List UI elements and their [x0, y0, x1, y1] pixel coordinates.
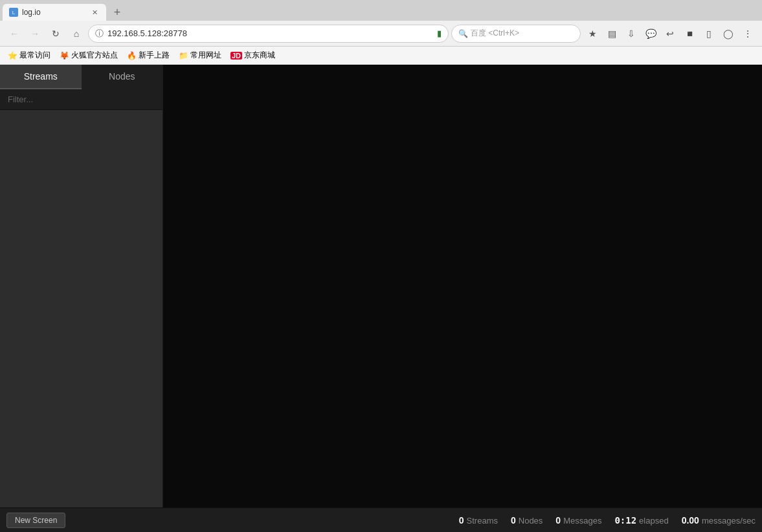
bookmark-star-icon[interactable]: ★ [583, 25, 601, 43]
sidebar: Streams Nodes [0, 65, 163, 507]
active-tab[interactable]: L log.io ✕ [3, 4, 106, 21]
messages-stat: 0 Messages [555, 515, 601, 526]
streams-label: Streams [467, 516, 498, 526]
bookmark-icon-zuichang: ⭐ [8, 51, 17, 60]
msgrate-stat: 0.00 messages/sec [682, 515, 756, 526]
address-input-wrap[interactable]: ⓘ 192.168.5.128:28778 ▮ [88, 25, 449, 43]
toolbar-icons: ★ ▤ ⇩ 💬 ↩ ◾ ▯ ◯ ⋮ [583, 25, 757, 43]
tab-title: log.io [22, 8, 85, 17]
new-tab-button[interactable]: + [109, 4, 126, 21]
bookmark-xinshou[interactable]: 🔥 新手上路 [124, 49, 172, 62]
search-bar[interactable]: 🔍 百度 <Ctrl+K> [451, 25, 581, 43]
bookmark-label-firefox: 火狐官方站点 [71, 50, 118, 61]
reader-view-icon[interactable]: ▤ [603, 25, 621, 43]
bookmark-firefox[interactable]: 🦊 火狐官方站点 [57, 49, 120, 62]
new-screen-button[interactable]: New Screen [6, 513, 65, 528]
status-bar: New Screen 0 Streams 0 Nodes 0 Messages … [0, 507, 762, 532]
msg-rate: 0.00 [682, 515, 699, 526]
bookmark-icon-xinshou: 🔥 [127, 51, 137, 60]
app-container: Streams Nodes New Screen 0 Streams 0 Nod… [0, 65, 762, 532]
nodes-stat: 0 Nodes [511, 515, 543, 526]
msg-rate-label: messages/sec [702, 516, 756, 526]
bookmark-icon-changyong: 📁 [179, 51, 188, 60]
tab-close-button[interactable]: ✕ [89, 7, 100, 17]
back-button[interactable]: ← [5, 25, 23, 43]
bookmark-label-changyong: 常用网址 [190, 50, 221, 61]
nodes-label: Nodes [519, 516, 543, 526]
bookmark-icon-firefox: 🦊 [60, 51, 69, 60]
filter-input[interactable] [0, 89, 162, 110]
browser-chrome: L log.io ✕ + ← → ↻ ⌂ ⓘ 192.168.5.128:287… [0, 0, 762, 65]
info-icon: ⓘ [95, 28, 104, 39]
elapsed-stat: 0:12 elapsed [614, 515, 668, 526]
synced-tabs-icon[interactable]: 💬 [642, 25, 660, 43]
tab-streams[interactable]: Streams [0, 65, 82, 89]
bookmark-changyong[interactable]: 📁 常用网址 [176, 49, 224, 62]
shield-icon: ▮ [437, 28, 442, 38]
undo-icon[interactable]: ↩ [661, 25, 679, 43]
search-placeholder: 百度 <Ctrl+K> [471, 28, 519, 39]
bookmark-label-jd: 京东商城 [244, 50, 275, 61]
bookmarks-bar: ⭐ 最常访问 🦊 火狐官方站点 🔥 新手上路 📁 常用网址 JD 京东商城 [0, 47, 762, 65]
bookmark-icon-jd: JD [230, 52, 242, 60]
main-content [163, 65, 762, 507]
address-text: 192.168.5.128:28778 [107, 28, 433, 38]
streams-stat: 0 Streams [459, 515, 498, 526]
streams-count: 0 [459, 515, 464, 526]
nodes-count: 0 [511, 515, 516, 526]
tab-bar: L log.io ✕ + [0, 0, 762, 21]
bookmark-label-zuichang: 最常访问 [19, 50, 50, 61]
status-stats: 0 Streams 0 Nodes 0 Messages 0:12 elapse… [446, 515, 756, 526]
messages-count: 0 [555, 515, 561, 526]
bookmark-zuichang[interactable]: ⭐ 最常访问 [5, 49, 53, 62]
home-button[interactable]: ⌂ [67, 25, 85, 43]
account-icon[interactable]: ◯ [719, 25, 737, 43]
address-bar: ← → ↻ ⌂ ⓘ 192.168.5.128:28778 ▮ 🔍 百度 <Ct… [0, 21, 762, 47]
forward-button[interactable]: → [26, 25, 44, 43]
elapsed-label: elapsed [639, 516, 669, 526]
sidebar-tabs: Streams Nodes [0, 65, 162, 89]
bookmark-label-xinshou: 新手上路 [139, 50, 170, 61]
extensions-icon[interactable]: ▯ [700, 25, 718, 43]
messages-label: Messages [563, 516, 601, 526]
main-layout: Streams Nodes [0, 65, 762, 507]
tab-nodes[interactable]: Nodes [82, 65, 163, 89]
sidebar-content [0, 110, 162, 507]
download-icon[interactable]: ⇩ [622, 25, 640, 43]
refresh-button[interactable]: ↻ [47, 25, 65, 43]
elapsed-time: 0:12 [614, 515, 636, 526]
tab-favicon: L [9, 8, 18, 17]
bookmark-jd[interactable]: JD 京东商城 [228, 49, 278, 62]
search-icon: 🔍 [458, 29, 468, 38]
menu-icon[interactable]: ⋮ [739, 25, 757, 43]
screenshot-icon[interactable]: ◾ [680, 25, 699, 43]
